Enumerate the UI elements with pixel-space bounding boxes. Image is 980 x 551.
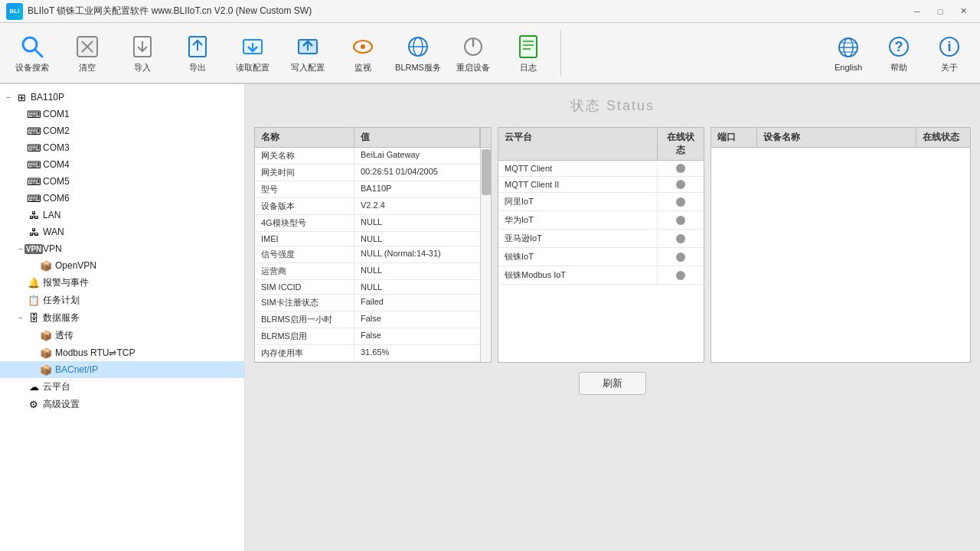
info-table-row[interactable]: BLRMS启用一小时False: [255, 311, 480, 328]
cloud-table-row[interactable]: MQTT Client: [498, 161, 704, 177]
sidebar-item-com[interactable]: ⌨COM1: [0, 106, 244, 122]
toolbar-search-button[interactable]: 设备搜索: [6, 25, 58, 80]
svg-point-14: [361, 44, 365, 49]
status-dot: [676, 234, 685, 243]
info-table-row[interactable]: BLRMS启用False: [255, 328, 480, 345]
sidebar-item-advanced[interactable]: ⚙高级设置: [0, 396, 244, 413]
minimize-button[interactable]: ─: [906, 3, 928, 20]
toolbar-restart-button[interactable]: 重启设备: [447, 25, 499, 80]
tree-node-label: 云平台: [43, 380, 70, 393]
tree-node-label: COM3: [43, 142, 70, 153]
sidebar-item-wan[interactable]: 🖧WAN: [0, 223, 244, 240]
tree-node-icon: ⌨: [28, 108, 40, 120]
cloud-panel: 云平台 在线状态 MQTT ClientMQTT Client II阿里IoT华…: [498, 127, 704, 363]
sidebar-item-alarm[interactable]: 🔔报警与事件: [0, 274, 244, 292]
info-table-row[interactable]: SIM ICCIDNULL: [255, 280, 480, 295]
tree-toggle: [15, 142, 26, 153]
sidebar-item-lan[interactable]: 🖧LAN: [0, 207, 244, 223]
cloud-table-row[interactable]: 钡铢Modbus IoT: [498, 266, 704, 285]
cloud-cell-name: 钡铢IoT: [498, 248, 658, 266]
info-cell-name: 网关名称: [255, 148, 354, 164]
sidebar-item-modbus[interactable]: 📦Modbus RTU⇌TCP: [0, 344, 244, 361]
toolbar-blrms-button[interactable]: BLRMS服务: [392, 25, 444, 80]
cloud-table-row[interactable]: MQTT Client II: [498, 177, 704, 193]
toolbar-export-button[interactable]: 导出: [172, 25, 224, 80]
info-table-row[interactable]: 4G模块型号NULL: [255, 215, 480, 232]
info-cell-name: 信号强度: [255, 246, 354, 262]
toolbar-write-button[interactable]: 写入配置: [282, 25, 334, 80]
sidebar-item-cloud[interactable]: ☁云平台: [0, 378, 244, 396]
sidebar-item-root[interactable]: −⊞BA110P: [0, 89, 244, 106]
tree-node-label: COM6: [43, 193, 70, 204]
status-dot: [676, 164, 685, 173]
import-icon: [129, 33, 156, 60]
tree-toggle: [28, 260, 38, 271]
sidebar-item-com[interactable]: ⌨COM6: [0, 190, 244, 207]
toolbar-log-button[interactable]: 日志: [502, 25, 554, 80]
cloud-cell-name: 钡铢Modbus IoT: [498, 266, 658, 284]
toolbar-import-button[interactable]: 导入: [116, 25, 168, 80]
tree-toggle[interactable]: −: [3, 92, 14, 103]
info-table-row[interactable]: 运营商NULL: [255, 263, 480, 280]
info-cell-name: IMEI: [255, 232, 354, 246]
restore-button[interactable]: □: [929, 3, 951, 20]
toolbar-help-button[interactable]: ? 帮助: [874, 25, 923, 80]
info-table-row[interactable]: 型号BA110P: [255, 181, 480, 198]
refresh-button[interactable]: 刷新: [579, 372, 646, 395]
cloud-table-row[interactable]: 华为IoT: [498, 211, 704, 230]
info-table-row[interactable]: 网关名称BeiLai Gateway: [255, 148, 480, 165]
sidebar-item-com[interactable]: ⌨COM4: [0, 156, 244, 173]
tree-node-label: LAN: [43, 210, 60, 220]
tree-node-label: OpenVPN: [55, 260, 96, 271]
sidebar-item-com[interactable]: ⌨COM5: [0, 173, 244, 190]
cloud-table-row[interactable]: 钡铢IoT: [498, 248, 704, 266]
info-cell-name: BLRMS启用一小时: [255, 311, 354, 328]
sidebar-item-task[interactable]: 📋任务计划: [0, 292, 244, 309]
english-label: English: [835, 63, 862, 72]
info-cell-value: BA110P: [354, 181, 480, 197]
toolbar-about-button[interactable]: i 关于: [925, 25, 974, 80]
toolbar-clear-button[interactable]: 清空: [61, 25, 113, 80]
cloud-cell-name: 阿里IoT: [498, 193, 658, 210]
sidebar-item-transparent[interactable]: 📦透传: [0, 327, 244, 344]
title-bar: BLI BLIIoT 锁铢工业网关配置软件 www.BLIIoT.cn V2.0…: [0, 0, 980, 23]
info-cell-name: 运营商: [255, 263, 354, 279]
sidebar-item-bacnet[interactable]: 📦BACnet/IP: [0, 361, 244, 378]
toolbar-english-button[interactable]: English: [824, 25, 873, 80]
sidebar-item-vpn[interactable]: −VPNVPN: [0, 240, 244, 257]
svg-text:?: ?: [895, 39, 903, 54]
sidebar-item-openvpn[interactable]: 📦OpenVPN: [0, 257, 244, 274]
info-table-row[interactable]: 设备版本V2.2.4: [255, 198, 480, 215]
info-table-row[interactable]: 内存使用率31.65%: [255, 345, 480, 362]
sidebar-item-com[interactable]: ⌨COM2: [0, 122, 244, 139]
sidebar-item-com[interactable]: ⌨COM3: [0, 139, 244, 156]
info-panel-header: 名称 值: [255, 128, 491, 148]
cloud-table-row[interactable]: 阿里IoT: [498, 193, 704, 211]
read-label: 读取配置: [236, 62, 270, 73]
sidebar-item-dataservice[interactable]: −🗄数据服务: [0, 309, 244, 327]
toolbar-monitor-button[interactable]: 监视: [337, 25, 389, 80]
tree-node-label: 透传: [55, 329, 74, 342]
info-cell-value: V2.2.4: [354, 198, 480, 214]
tree-node-label: BACnet/IP: [55, 364, 98, 375]
info-scrollbar[interactable]: [480, 148, 491, 362]
tree-node-label: 高级设置: [43, 398, 80, 411]
info-cell-value: 00:26:51 01/04/2005: [354, 165, 480, 181]
tree-toggle[interactable]: −: [15, 313, 26, 324]
toolbar-read-button[interactable]: 读取配置: [227, 25, 279, 80]
tree-node-icon: ⌨: [28, 142, 40, 154]
info-cell-name: SIM卡注册状态: [255, 295, 354, 311]
info-cell-value: 31.65%: [354, 345, 480, 361]
info-table-row[interactable]: 网关时间00:26:51 01/04/2005: [255, 165, 480, 181]
tree-node-icon: ⌨: [28, 175, 40, 187]
tree-node-icon: 🖧: [28, 226, 40, 238]
info-table-row[interactable]: IMEINULL: [255, 232, 480, 246]
info-table-row[interactable]: 信号强度NULL (Normal:14-31): [255, 246, 480, 263]
svg-line-1: [35, 50, 42, 57]
cloud-table-row[interactable]: 亚马逊IoT: [498, 230, 704, 248]
content-area: 状态 Status 名称 值 网关名称BeiLai Gateway网关时间00:…: [245, 84, 980, 551]
status-dot: [676, 197, 685, 207]
close-button[interactable]: ✕: [952, 3, 974, 20]
info-table-row[interactable]: SIM卡注册状态Failed: [255, 295, 480, 311]
title-text: BLIIoT 锁铢工业网关配置软件 www.BLIIoT.cn V2.0 (Ne…: [28, 5, 906, 18]
